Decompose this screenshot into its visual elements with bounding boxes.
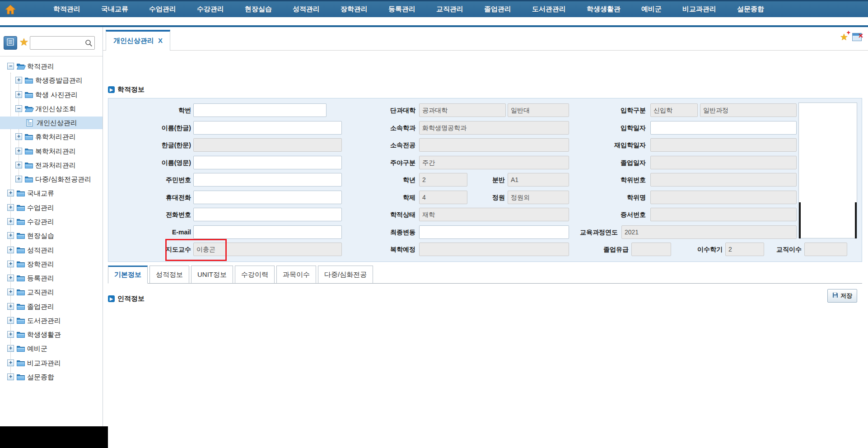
tree-item-15[interactable]: +등록관리 (0, 272, 103, 285)
tree-item-0[interactable]: −학적관리 (0, 60, 103, 73)
tree-item-label: 수업관리 (27, 201, 54, 214)
collapse-toggle-icon[interactable]: − (7, 63, 14, 70)
field-input-admission-date[interactable] (650, 121, 797, 135)
expand-toggle-icon[interactable]: + (15, 176, 22, 182)
expand-toggle-icon[interactable]: + (15, 91, 22, 98)
expand-toggle-icon[interactable]: + (7, 190, 14, 196)
nav-item-6[interactable]: 장학관리 (341, 5, 368, 14)
nav-item-10[interactable]: 도서관관리 (532, 5, 566, 14)
tree-item-6[interactable]: +복학처리관리 (0, 145, 103, 158)
tree-item-3[interactable]: −개인신상조회 (0, 103, 103, 115)
tree-item-9[interactable]: +국내교류 (0, 187, 103, 200)
tab-close-icon[interactable]: X (158, 37, 163, 44)
field-input-resident-no[interactable] (193, 173, 342, 187)
detail-tab-3[interactable]: 수강이력 (235, 266, 275, 284)
tree-item-10[interactable]: +수업관리 (0, 201, 103, 214)
tree-item-7[interactable]: +전과처리관리 (0, 159, 103, 172)
expand-toggle-icon[interactable]: + (7, 275, 14, 281)
detail-tab-1[interactable]: 성적정보 (149, 266, 189, 284)
close-all-tabs-icon[interactable]: ✕ (852, 33, 862, 41)
tree-item-12[interactable]: +현장실습 (0, 229, 103, 242)
nav-item-4[interactable]: 현장실습 (245, 5, 272, 14)
field-input-school-system: 4 (419, 191, 467, 204)
tree-item-5[interactable]: +휴학처리관리 (0, 131, 103, 143)
tree-item-18[interactable]: +도서관관리 (0, 314, 103, 327)
tree-item-label: 복학처리관리 (35, 145, 76, 158)
tree-item-19[interactable]: +학생생활관 (0, 328, 103, 341)
detail-tab-5[interactable]: 다중/심화전공 (318, 266, 373, 284)
field-input-email[interactable] (193, 225, 342, 239)
tree-item-label: 현장실습 (27, 229, 54, 242)
nav-item-11[interactable]: 학생생활관 (587, 5, 621, 14)
field-input-name-eng[interactable] (193, 156, 342, 169)
nav-item-9[interactable]: 졸업관리 (484, 5, 511, 14)
field-input-readmission-date (650, 138, 797, 152)
tree-item-22[interactable]: +설문종합 (0, 371, 103, 383)
tree-item-16[interactable]: +교직관리 (0, 286, 103, 299)
field-input-student-no[interactable] (193, 103, 327, 117)
expand-toggle-icon[interactable]: + (7, 373, 14, 380)
expand-toggle-icon[interactable]: + (7, 204, 14, 211)
field-input-name-hanja (193, 138, 342, 152)
expand-toggle-icon[interactable]: + (7, 289, 14, 295)
detail-tab-4[interactable]: 과목이수 (276, 266, 316, 284)
expand-toggle-icon[interactable]: + (7, 303, 14, 310)
expand-toggle-icon[interactable]: + (7, 331, 14, 338)
add-favorite-star-icon[interactable]: ★+ (840, 32, 848, 42)
folder-icon (17, 317, 26, 324)
nav-item-7[interactable]: 등록관리 (388, 5, 415, 14)
field-input-mobile-phone[interactable] (193, 191, 342, 204)
nav-item-13[interactable]: 비교과관리 (682, 5, 716, 14)
tab-personal-info-mgmt[interactable]: 개인신상관리X (106, 30, 170, 51)
field-input-last-change[interactable] (419, 225, 569, 239)
home-icon[interactable] (0, 5, 21, 14)
field-label-department: 소속학과 (366, 121, 415, 135)
expand-toggle-icon[interactable]: + (7, 218, 14, 225)
tree-item-14[interactable]: +장학관리 (0, 258, 103, 271)
tree-item-20[interactable]: +예비군 (0, 342, 103, 355)
tree-item-label: 예비군 (27, 342, 47, 355)
nav-item-14[interactable]: 설문종합 (737, 5, 764, 14)
nav-item-1[interactable]: 국내교류 (101, 5, 128, 14)
tree-item-2[interactable]: +학생 사진관리 (0, 89, 103, 101)
nav-item-0[interactable]: 학적관리 (53, 5, 80, 14)
field-label-quota: 정원 (478, 191, 505, 204)
nav-item-12[interactable]: 예비군 (641, 5, 662, 14)
expand-toggle-icon[interactable]: + (15, 133, 22, 140)
expand-toggle-icon[interactable]: + (7, 359, 14, 366)
tree-item-label: 학생증발급관리 (35, 74, 83, 87)
field-label-school-system: 학제 (366, 191, 415, 204)
tree-item-17[interactable]: +졸업관리 (0, 300, 103, 313)
tree-item-8[interactable]: +다중/심화전공관리 (0, 173, 103, 186)
nav-item-2[interactable]: 수업관리 (149, 5, 176, 14)
nav-item-5[interactable]: 성적관리 (293, 5, 320, 14)
save-button[interactable]: 저장 (827, 289, 857, 303)
photo-fragment (799, 202, 801, 238)
expand-toggle-icon[interactable]: + (15, 162, 22, 168)
tree-item-label: 학적관리 (27, 60, 54, 73)
nav-item-8[interactable]: 교직관리 (436, 5, 463, 14)
collapse-toggle-icon[interactable]: − (15, 105, 22, 112)
folder-icon (25, 133, 34, 140)
folder-icon (25, 162, 34, 169)
expand-toggle-icon[interactable]: + (7, 247, 14, 253)
tree-item-21[interactable]: +비교과관리 (0, 357, 103, 369)
tree-item-1[interactable]: +학생증발급관리 (0, 74, 103, 87)
expand-toggle-icon[interactable]: + (7, 317, 14, 324)
expand-toggle-icon[interactable]: + (7, 345, 14, 352)
detail-tab-0[interactable]: 기본정보 (108, 266, 148, 284)
expand-toggle-icon[interactable]: + (7, 261, 14, 267)
tree-item-13[interactable]: +성적관리 (0, 244, 103, 257)
expand-toggle-icon[interactable]: + (15, 77, 22, 84)
expand-toggle-icon[interactable]: + (15, 148, 22, 154)
expand-toggle-icon[interactable]: + (7, 232, 14, 239)
section-title: 학적정보 (117, 85, 145, 94)
field-input-phone[interactable] (193, 208, 342, 221)
field-label-readmission-date: 재입학일자 (601, 138, 646, 152)
detail-tab-2[interactable]: UNIT정보 (191, 266, 233, 284)
tree-item-11[interactable]: +수강관리 (0, 215, 103, 228)
tree-item-4[interactable]: 개인신상관리 (0, 117, 103, 129)
field-input-academic-status: 재학 (419, 208, 569, 221)
field-input-name-kor[interactable] (193, 121, 342, 135)
nav-item-3[interactable]: 수강관리 (197, 5, 224, 14)
